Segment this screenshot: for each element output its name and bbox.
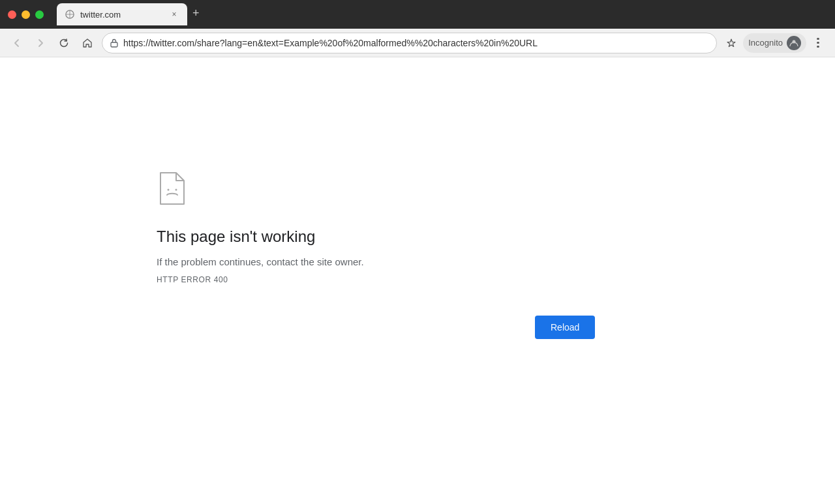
- nav-bar: Incognito: [0, 29, 835, 57]
- error-code: HTTP ERROR 400: [157, 275, 228, 284]
- menu-button[interactable]: [809, 34, 827, 52]
- reload-nav-button[interactable]: [55, 34, 73, 52]
- traffic-lights: [8, 10, 44, 19]
- tab-favicon: [65, 9, 75, 20]
- svg-point-6: [175, 189, 177, 191]
- incognito-label: Incognito: [748, 38, 783, 48]
- incognito-icon: [787, 36, 801, 50]
- error-block: This page isn't working If the problem c…: [157, 170, 595, 339]
- lock-icon: [110, 38, 118, 48]
- error-heading: This page isn't working: [157, 228, 315, 246]
- title-bar: twitter.com × +: [0, 0, 835, 29]
- error-subtext: If the problem continues, contact the si…: [157, 256, 364, 267]
- menu-dot-2: [817, 42, 819, 44]
- maximize-button[interactable]: [35, 10, 44, 19]
- back-button[interactable]: [8, 34, 26, 52]
- menu-dot-3: [817, 46, 819, 48]
- incognito-badge: Incognito: [743, 33, 806, 53]
- active-tab[interactable]: twitter.com ×: [57, 3, 187, 25]
- reload-button[interactable]: Reload: [535, 316, 595, 339]
- bookmark-button[interactable]: [722, 34, 740, 52]
- tab-close-button[interactable]: ×: [169, 9, 179, 20]
- address-bar[interactable]: [102, 33, 717, 53]
- tab-bar: twitter.com × +: [52, 3, 827, 25]
- home-button[interactable]: [78, 34, 97, 52]
- svg-rect-3: [111, 42, 117, 47]
- nav-right-controls: Incognito: [722, 33, 827, 53]
- browser-window: twitter.com × +: [0, 0, 835, 504]
- close-button[interactable]: [8, 10, 16, 19]
- svg-point-5: [168, 189, 170, 191]
- error-icon: [157, 170, 188, 209]
- forward-button[interactable]: [31, 34, 50, 52]
- new-tab-button[interactable]: +: [187, 4, 205, 23]
- address-input[interactable]: [123, 38, 708, 48]
- menu-dot-1: [817, 38, 819, 40]
- page-content: This page isn't working If the problem c…: [0, 57, 835, 504]
- minimize-button[interactable]: [22, 10, 30, 19]
- tab-title: twitter.com: [80, 10, 164, 20]
